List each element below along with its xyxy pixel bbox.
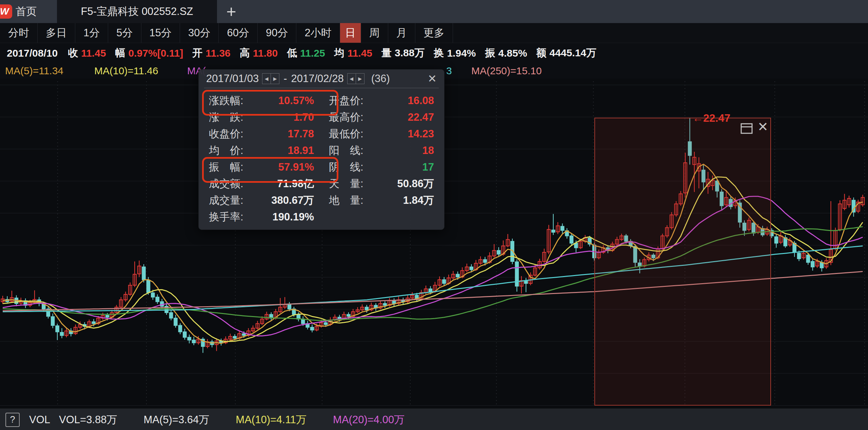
ma-value-label: MA(10)=11.46: [94, 63, 158, 79]
period-tab-1分[interactable]: 1分: [75, 23, 108, 43]
period-tab-2小时[interactable]: 2小时: [296, 23, 340, 43]
period-tab-分时[interactable]: 分时: [0, 23, 38, 43]
period-tab-30分[interactable]: 30分: [180, 23, 219, 43]
home-tab-label: 首页: [16, 0, 37, 23]
quote-field: 幅0.97%[0.11]: [115, 46, 183, 60]
period-tab-日[interactable]: 日: [340, 23, 361, 43]
date-range-dash: -: [283, 73, 287, 85]
quote-field: 振4.85%: [485, 46, 527, 60]
period-tab-90分[interactable]: 90分: [258, 23, 296, 43]
period-tab-15分[interactable]: 15分: [141, 23, 180, 43]
period-bar: 分时多日1分5分15分30分60分90分2小时日周月更多: [0, 23, 868, 43]
quote-field: 量3.88万: [381, 46, 425, 60]
stat-row: 阳 线:18: [329, 142, 434, 159]
stat-row: 天 量:50.86万: [329, 175, 434, 192]
quote-field: 开11.36: [192, 46, 230, 60]
selection-close-icon[interactable]: ✕: [757, 119, 768, 134]
period-tab-5分[interactable]: 5分: [108, 23, 141, 43]
indicator-name[interactable]: VOL: [29, 414, 50, 426]
end-date-prev-button[interactable]: ◀: [348, 74, 356, 84]
high-price-annotation: ←22.47: [692, 112, 730, 124]
range-stats-popup[interactable]: 2017/01/03 ◀ ▶ - 2017/02/28 ◀ ▶ (36) ✕ 涨…: [198, 69, 445, 230]
volume-ma-label: MA(20)=4.00万: [333, 413, 405, 427]
stat-row: 最高价:22.47: [329, 109, 434, 125]
window-tab-bar: W 首页 F5-宝鼎科技 002552.SZ +: [0, 0, 868, 23]
stat-row: 换手率:190.19%: [209, 209, 314, 225]
ma-value-label: MA(250)=15.10: [471, 63, 542, 79]
period-tab-周[interactable]: 周: [361, 23, 388, 43]
selection-stats-window-icon[interactable]: [741, 123, 753, 134]
volume-ma-label: MA(5)=3.64万: [144, 413, 210, 427]
volume-ma-label: MA(10)=4.11万: [236, 413, 307, 427]
stat-row: 成交额:71.98亿: [209, 175, 314, 192]
quote-field: 收11.45: [68, 46, 106, 60]
quote-field: 均11.45: [334, 46, 372, 60]
tab-home[interactable]: W 首页: [0, 0, 57, 23]
quote-field: 低11.25: [287, 46, 325, 60]
new-tab-button[interactable]: +: [221, 0, 241, 23]
stat-row: 最低价:14.23: [329, 125, 434, 142]
tab-stock-chart[interactable]: F5-宝鼎科技 002552.SZ: [57, 0, 217, 23]
end-date-stepper: ◀ ▶: [347, 73, 364, 84]
stat-row: 阴 线:17: [329, 159, 434, 175]
end-date-next-button[interactable]: ▶: [356, 74, 364, 84]
ma-value-label: 3: [446, 63, 452, 79]
stat-row: 涨跌幅:10.57%: [209, 92, 314, 109]
ma-value-label: MA(5)=11.34: [5, 63, 63, 79]
stat-row: 均 价:18.91: [209, 142, 314, 159]
start-date-stepper: ◀ ▶: [262, 73, 279, 84]
quote-bar: 2017/08/10 收11.45幅0.97%[0.11]开11.36高11.8…: [0, 43, 868, 63]
period-tab-多日[interactable]: 多日: [38, 23, 75, 43]
bar-count: (36): [371, 73, 390, 85]
stat-row: 涨 跌:1.70: [209, 109, 314, 125]
stat-row: 振 幅:57.91%: [209, 159, 314, 175]
help-icon[interactable]: ?: [5, 413, 20, 427]
start-date-next-button[interactable]: ▶: [271, 74, 279, 84]
end-date[interactable]: 2017/02/28: [291, 73, 343, 85]
volume-indicator-bar: ? VOL VOL=3.88万MA(5)=3.64万MA(10)=4.11万MA…: [0, 409, 868, 430]
quote-date: 2017/08/10: [7, 47, 58, 59]
popup-close-icon[interactable]: ✕: [428, 72, 437, 85]
period-tab-更多[interactable]: 更多: [415, 23, 453, 43]
wind-logo-icon: W: [0, 4, 12, 19]
quote-field: 高11.80: [240, 46, 278, 60]
stat-row: 成交量:380.67万: [209, 192, 314, 209]
range-selection-box[interactable]: [594, 118, 771, 406]
popup-header: 2017/01/03 ◀ ▶ - 2017/02/28 ◀ ▶ (36) ✕: [199, 70, 444, 88]
period-tab-60分[interactable]: 60分: [219, 23, 257, 43]
period-tab-月[interactable]: 月: [388, 23, 415, 43]
quote-field: 换1.94%: [434, 46, 476, 60]
stat-row: 开盘价:16.08: [329, 92, 434, 109]
stat-row: 地 量:1.84万: [329, 192, 434, 209]
stat-row: 收盘价:17.78: [209, 125, 314, 142]
quote-field: 额4445.14万: [536, 46, 596, 60]
start-date[interactable]: 2017/01/03: [206, 73, 259, 85]
popup-body: 涨跌幅:10.57%涨 跌:1.70收盘价:17.78均 价:18.91振 幅:…: [199, 88, 444, 225]
start-date-prev-button[interactable]: ◀: [262, 74, 271, 84]
volume-ma-label: VOL=3.88万: [59, 413, 117, 427]
